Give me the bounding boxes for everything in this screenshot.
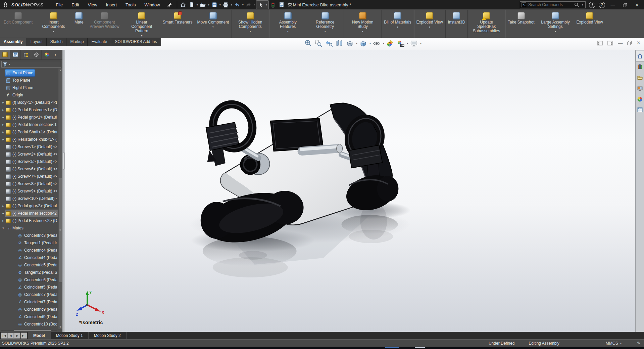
view-orientation-caret[interactable]: ▾ (356, 42, 357, 45)
pin-menu-icon[interactable] (164, 2, 175, 7)
apply-scene-caret[interactable]: ▾ (407, 42, 408, 45)
command-tab[interactable]: Sketch (47, 38, 67, 46)
tree-item[interactable]: (-) Pedal Fastener<2> (Default) (0, 217, 58, 224)
new-document-button[interactable] (188, 1, 196, 9)
tree-item[interactable]: (-) Pedal Inner section<2> (De (0, 210, 58, 217)
tree-item[interactable]: Coincident9 (Pedal grip<2 (0, 313, 58, 320)
menu-item[interactable]: File (51, 1, 67, 9)
ribbon-button[interactable]: Move Component (195, 10, 232, 38)
next-tab-button[interactable]: ▶ (14, 333, 20, 339)
command-tab[interactable]: Layout (27, 38, 47, 46)
doc-close-button[interactable]: ✕ (636, 40, 641, 46)
display-style-icon[interactable] (359, 39, 368, 48)
tree-item[interactable]: Top Plane (0, 77, 58, 84)
dimxpertmanager-tab[interactable] (31, 50, 42, 59)
previous-view-icon[interactable] (325, 39, 334, 48)
last-tab-button[interactable]: ▶❘ (21, 333, 27, 339)
rebuild-traffic-light-icon[interactable] (269, 1, 277, 9)
tree-item[interactable]: Concentric7 (Pedal Fasten (0, 291, 58, 298)
print-dropdown-caret[interactable]: ▾ (230, 3, 233, 6)
command-tab[interactable]: Markup (66, 38, 88, 46)
next-window-icon[interactable] (607, 41, 613, 46)
minimize-button[interactable]: — (608, 2, 617, 7)
search-input[interactable] (528, 2, 572, 7)
tree-item[interactable]: (-) Screw<5> (Default) <<Defa (0, 158, 58, 165)
tree-item[interactable]: (-) Screw<10> (Default) <<Def (0, 195, 58, 202)
tree-item[interactable]: Concentric5 (Pedal Shaft< (0, 261, 58, 269)
taskpane-design-library-tab[interactable] (636, 62, 644, 72)
new-dropdown-caret[interactable]: ▾ (196, 3, 199, 6)
command-tab[interactable]: SOLIDWORKS Add-Ins (111, 38, 161, 46)
ribbon-button[interactable]: Bill of Materials (382, 10, 414, 38)
zoom-to-area-icon[interactable] (314, 39, 323, 48)
tree-item[interactable]: Right Plane (0, 84, 58, 91)
expand-arrow-icon[interactable] (1, 204, 5, 208)
expand-arrow-icon[interactable] (1, 108, 5, 112)
tree-item[interactable]: (f) Body<1> (Default) <<Defau (0, 99, 58, 106)
tags-pen-icon[interactable]: ✎ (637, 341, 641, 346)
print-button[interactable] (222, 1, 230, 9)
menu-item[interactable]: Window (140, 1, 164, 9)
search-scope-caret[interactable]: ▾ (581, 3, 584, 6)
undo-dropdown-caret[interactable]: ▾ (242, 3, 244, 6)
doc-minimize-button[interactable]: — (618, 40, 623, 46)
open-button[interactable] (199, 1, 207, 9)
panel-splitter[interactable] (62, 50, 65, 332)
tree-item[interactable]: (-) Screw<7> (Default) <<Defa (0, 173, 58, 180)
scrollbar-thumb[interactable] (59, 178, 62, 282)
displaymanager-tab[interactable] (42, 50, 52, 59)
tree-item[interactable]: Origin (0, 91, 58, 99)
tree-item[interactable]: Mates (0, 224, 58, 232)
file-properties-button[interactable] (278, 1, 286, 9)
expand-arrow-icon[interactable] (1, 123, 5, 126)
tree-item[interactable]: Tangent2 (Pedal Shaft<1> (0, 269, 58, 276)
expand-arrow-icon[interactable] (1, 212, 5, 215)
propertymanager-tab[interactable] (10, 50, 21, 59)
section-view-icon[interactable] (335, 39, 344, 48)
edit-appearance-icon[interactable] (386, 39, 395, 48)
tree-item[interactable]: (-) Pedal grip<2> (Default) << (0, 202, 58, 210)
restore-button[interactable] (621, 2, 629, 7)
ribbon-button[interactable]: Insert Components (35, 10, 72, 38)
tree-item[interactable]: (-) Resistance knob<1> (Defau (0, 136, 58, 143)
ribbon-button[interactable]: Reference Geometry (306, 10, 344, 38)
configurationmanager-tab[interactable] (21, 50, 31, 59)
scroll-down-arrow[interactable]: ▼ (58, 325, 62, 329)
ribbon-button[interactable]: Assembly Features (269, 10, 306, 38)
ribbon-button[interactable]: Component Preview Window (86, 10, 123, 38)
tree-item[interactable]: (-) Screw<9> (Default) <<Defa (0, 187, 58, 195)
redo-button[interactable] (245, 1, 253, 9)
ribbon-button[interactable]: New Motion Study (344, 10, 382, 38)
taskpane-view-palette-tab[interactable] (636, 83, 644, 93)
graphics-viewport[interactable]: Y X Z *Isometric (65, 50, 635, 332)
tree-item[interactable]: Concentric9 (Pedal Inner s (0, 306, 58, 313)
tree-item[interactable]: (-) Screw<1> (Default) <<Defa (0, 143, 58, 150)
help-icon[interactable]: ? (599, 2, 605, 8)
hscrollbar-thumb[interactable] (14, 330, 51, 331)
prev-tab-button[interactable]: ◀ (7, 333, 14, 339)
featuremanager-tree-tab[interactable] (0, 50, 10, 59)
open-dropdown-caret[interactable]: ▾ (207, 3, 210, 6)
command-tab[interactable]: Evaluate (88, 38, 111, 46)
tree-item[interactable]: Coincident7 (Pedal Fasten (0, 298, 58, 306)
ribbon-button[interactable]: Update SpeedPak Subassemblies (468, 10, 505, 38)
tree-item[interactable]: Coincident4 (Pedal grip<1 (0, 254, 58, 261)
save-button[interactable] (210, 1, 218, 9)
tree-item[interactable]: (-) Pedal Inner section<1> (De (0, 121, 58, 128)
ribbon-button[interactable]: Linear Component Pattern (123, 10, 160, 38)
tree-item[interactable]: Concentric6 (Pedal grip<2 (0, 276, 58, 283)
tree-item[interactable]: (-) Pedal Fastener<1> (Default) (0, 106, 58, 114)
expand-arrow-icon[interactable] (1, 130, 5, 134)
menu-item[interactable]: Edit (67, 1, 83, 9)
zoom-to-fit-icon[interactable] (304, 39, 313, 48)
ribbon-button[interactable]: Exploded View (414, 10, 446, 38)
view-settings-icon[interactable] (409, 39, 418, 48)
save-dropdown-caret[interactable]: ▾ (219, 3, 221, 6)
taskpane-appearances-tab[interactable] (636, 94, 644, 104)
expand-arrow-icon[interactable] (1, 226, 5, 230)
bottom-tab[interactable]: Motion Study 1 (51, 332, 89, 339)
ribbon-button[interactable]: Exploded View (574, 10, 605, 38)
tree-horizontal-scrollbar[interactable] (1, 330, 57, 331)
tree-item[interactable]: Tangent1 (Pedal Inner sect (0, 239, 58, 247)
command-tab[interactable]: Assembly (0, 38, 27, 46)
